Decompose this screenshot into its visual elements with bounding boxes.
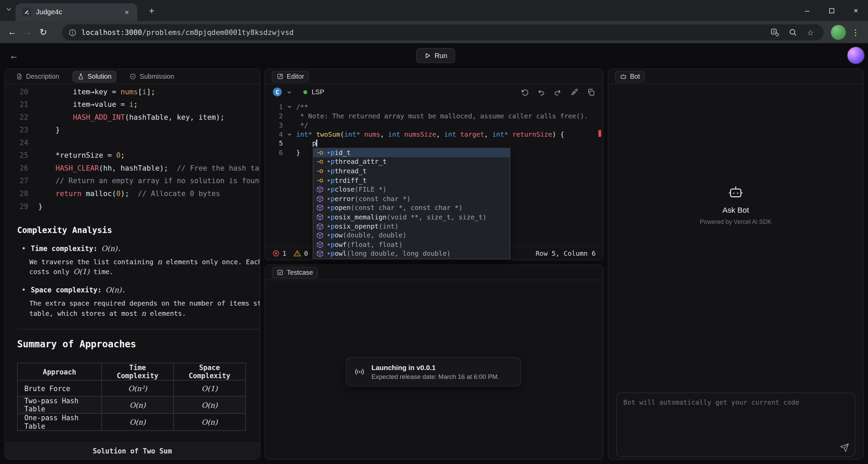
tab-testcase[interactable]: Testcase	[272, 267, 318, 278]
translate-icon[interactable]: A	[768, 26, 782, 39]
line-number: 3	[265, 121, 283, 130]
text-cursor	[316, 140, 317, 147]
tab-solution[interactable]: Solution	[73, 71, 117, 82]
bookmark-star-icon[interactable]: ☆	[804, 26, 817, 39]
browser-forward-button[interactable]: →	[20, 24, 36, 40]
space-complexity-item: • Space complexity: O(n).	[22, 286, 260, 294]
format-brush-icon[interactable]	[570, 88, 578, 96]
summary-heading: Summary of Approaches	[17, 339, 260, 350]
autocomplete-item[interactable]: •pclose(FILE *)	[313, 185, 510, 194]
autocomplete-item[interactable]: •pid_t	[313, 148, 510, 157]
editor-toolbar: C C LSP	[265, 84, 603, 100]
autocomplete-item[interactable]: •popen(const char *, const char *)	[313, 203, 510, 212]
new-tab-button[interactable]: +	[145, 4, 158, 18]
typedef-symbol-icon	[316, 167, 324, 175]
address-bar[interactable]: localhost:3000/problems/cm8pjqdem0001ty8…	[62, 24, 824, 40]
fold-gutter	[283, 148, 296, 157]
typedef-symbol-icon	[316, 158, 324, 166]
send-button[interactable]	[840, 443, 849, 452]
tab-editor[interactable]: Editor	[272, 71, 309, 82]
table-row: Two-pass Hash TableO(n)O(n)	[17, 396, 245, 413]
run-button-label: Run	[435, 52, 447, 60]
table-cell: Two-pass Hash Table	[17, 396, 101, 413]
browser-tab[interactable]: Judge4c ×	[16, 3, 137, 21]
user-avatar[interactable]	[848, 47, 864, 64]
code-line: 5 p	[265, 139, 602, 148]
table-cell: O(n)	[102, 396, 174, 413]
fold-gutter	[283, 121, 296, 130]
run-button[interactable]: Run	[416, 48, 455, 63]
reset-code-icon[interactable]	[520, 88, 529, 96]
window-controls: – ×	[795, 0, 868, 21]
function-symbol-icon	[316, 241, 324, 249]
function-symbol-icon	[316, 223, 324, 230]
language-dropdown-chevron-icon[interactable]	[286, 89, 292, 95]
fold-chevron-icon[interactable]	[283, 130, 296, 139]
table-header-cell: Time Complexity	[102, 363, 174, 380]
solution-content[interactable]: 20 item→key = nums[i];21 item→value = i;…	[5, 84, 260, 442]
line-number: 6	[265, 148, 283, 157]
code-line: 3 */	[265, 121, 602, 130]
line-number: 25	[5, 149, 38, 162]
copy-icon[interactable]	[587, 88, 595, 96]
bot-panel: Bot Ask Bot Powered by Vercel Ai SDK Bot…	[608, 69, 864, 460]
bullet-icon: •	[22, 286, 26, 294]
overview-ruler-error-mark	[598, 130, 601, 137]
redo-icon[interactable]	[554, 88, 562, 96]
autocomplete-item[interactable]: •ptrdiff_t	[313, 176, 510, 185]
tab-bot[interactable]: Bot	[615, 71, 645, 82]
window-maximize-button[interactable]	[819, 0, 844, 21]
search-lens-icon[interactable]	[786, 26, 799, 39]
bot-large-icon	[728, 184, 744, 199]
line-number: 20	[5, 85, 38, 98]
window-minimize-button[interactable]: –	[795, 0, 819, 21]
code-line: 4int* twoSum(int* nums, int numsSize, in…	[265, 130, 602, 139]
tab-submission[interactable]: Submission	[125, 71, 179, 82]
tab-search-chevron-icon[interactable]	[5, 6, 12, 13]
space-complexity-paragraph: The extra space required depends on the …	[5, 298, 260, 318]
line-number: 28	[5, 187, 38, 200]
fold-chevron-icon[interactable]	[283, 102, 296, 112]
window-close-button[interactable]: ×	[844, 0, 868, 21]
tab-testcase-label: Testcase	[287, 269, 313, 276]
browser-profile-avatar[interactable]	[831, 25, 846, 40]
bot-empty-state: Ask Bot Powered by Vercel Ai SDK	[608, 184, 863, 225]
autocomplete-item[interactable]: •posix_memalign(void **, size_t, size_t)	[313, 212, 510, 221]
line-number: 4	[265, 130, 283, 139]
bot-panel-header: Bot	[608, 69, 863, 84]
browser-menu-icon[interactable]: ⋮	[849, 25, 862, 40]
tab-description[interactable]: Description	[12, 71, 64, 82]
judge4c-app-window: Judge4c × + – × ← → ↻ localhost:3000/pro…	[0, 0, 868, 464]
code-line: 28 return malloc(0); // Allocate 0 bytes	[5, 187, 260, 200]
fold-gutter	[283, 139, 296, 148]
toast-subtitle: Expected release date: March 16 at 6:00 …	[372, 373, 499, 380]
browser-back-button[interactable]: ←	[4, 24, 20, 40]
code-line: 21 item→value = i;	[5, 98, 260, 111]
function-symbol-icon	[316, 232, 324, 239]
autocomplete-item[interactable]: •pthread_t	[313, 167, 510, 176]
site-info-icon[interactable]	[68, 28, 76, 36]
autocomplete-item[interactable]: •perror(const char *)	[313, 194, 510, 203]
undo-icon[interactable]	[537, 88, 545, 96]
time-complexity-paragraph: We traverse the list containing n elemen…	[5, 257, 260, 277]
code-line: 24	[5, 136, 260, 149]
autocomplete-item[interactable]: •powl(long double, long double)	[313, 249, 510, 258]
autocomplete-item[interactable]: •pow(double, double)	[313, 231, 510, 240]
solution-panel: Description Solution Submission 20 item→…	[4, 69, 260, 460]
autocomplete-popup: •pid_t •pthread_attr_t •pthread_t •ptrdi…	[313, 148, 510, 259]
code-line: 26 HASH_CLEAR(hh, hashTable); // Free th…	[5, 162, 260, 175]
bot-message-input[interactable]: Bot will automatically get your current …	[616, 393, 855, 457]
function-symbol-icon	[316, 186, 324, 193]
autocomplete-item[interactable]: •pthread_attr_t	[313, 157, 510, 167]
play-icon	[424, 52, 431, 59]
launch-toast: Launching in v0.0.1 Expected release dat…	[346, 357, 521, 387]
app-back-button[interactable]: ←	[7, 49, 21, 63]
autocomplete-item[interactable]: •powf(float, float)	[313, 240, 510, 249]
tab-editor-label: Editor	[287, 73, 304, 80]
tab-close-icon[interactable]: ×	[122, 7, 132, 17]
line-number: 29	[5, 200, 38, 213]
browser-reload-button[interactable]: ↻	[35, 24, 51, 40]
tab-bot-label: Bot	[630, 73, 640, 80]
autocomplete-item[interactable]: •posix_openpt(int)	[313, 221, 510, 231]
code-line: 20 item→key = nums[i];	[5, 85, 260, 98]
